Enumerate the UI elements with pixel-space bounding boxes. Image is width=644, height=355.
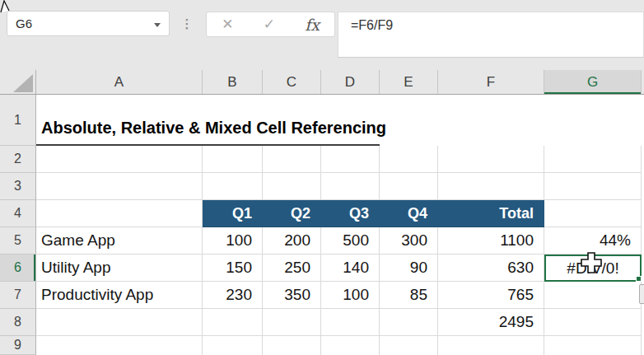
column-header-g-selected[interactable]: G [544, 70, 642, 94]
cell[interactable] [203, 309, 263, 336]
cell[interactable] [36, 336, 203, 355]
cell-a5[interactable]: Game App [36, 227, 203, 255]
cell-c7[interactable]: 350 [263, 282, 321, 309]
name-box[interactable]: G6 [7, 11, 170, 36]
cell[interactable] [321, 309, 380, 336]
row-header-6-selected[interactable]: 6 [0, 255, 36, 282]
row-header-8[interactable]: 8 [0, 309, 36, 336]
select-all-button[interactable] [0, 70, 36, 94]
column-header-row: A B C D E F G [0, 70, 644, 95]
cell[interactable] [321, 146, 380, 173]
cell-b4-header[interactable]: Q1 [203, 200, 263, 227]
cell[interactable] [36, 309, 203, 336]
cell[interactable] [544, 309, 642, 336]
cell-e7[interactable]: 85 [380, 282, 438, 309]
cell-c5[interactable]: 200 [263, 227, 321, 255]
name-box-dropdown-icon[interactable] [154, 23, 161, 27]
cell[interactable] [380, 173, 438, 200]
cell-e4-header[interactable]: Q4 [380, 200, 438, 227]
row-5: 5 Game App 100 200 500 300 1100 44% [0, 227, 644, 255]
cell-f8-grand-total[interactable]: 2495 [438, 309, 544, 336]
cell-b6[interactable]: 150 [203, 255, 263, 282]
row-8: 8 2495 [0, 309, 644, 336]
cell[interactable] [203, 173, 263, 200]
row-header-1[interactable]: 1 [0, 95, 36, 146]
cell[interactable] [380, 146, 438, 173]
cell[interactable] [321, 336, 380, 355]
cell[interactable] [263, 309, 321, 336]
cell[interactable] [438, 336, 544, 355]
cell-b5[interactable]: 100 [203, 227, 263, 255]
row-4: 4 Q1 Q2 Q3 Q4 Total [0, 200, 644, 227]
formula-input[interactable]: =F6/F9 [338, 12, 644, 58]
cell-c4-header[interactable]: Q2 [263, 200, 321, 227]
row-header-9[interactable]: 9 [0, 336, 36, 355]
row-header-4[interactable]: 4 [0, 200, 36, 227]
cell-e5[interactable]: 300 [380, 227, 438, 255]
cell-d6[interactable]: 140 [321, 255, 380, 282]
cell[interactable] [203, 146, 263, 173]
row-1: 1 Absolute, Relative & Mixed Cell Refere… [0, 95, 644, 146]
column-header-e[interactable]: E [380, 70, 438, 94]
column-header-d[interactable]: D [321, 70, 380, 94]
column-header-c[interactable]: C [263, 70, 321, 94]
cell[interactable] [321, 173, 380, 200]
column-header-f[interactable]: F [438, 70, 544, 94]
row-9: 9 [0, 336, 644, 355]
select-all-triangle-icon [13, 74, 33, 92]
row-7: 7 Productivity App 230 350 100 85 765 [0, 282, 644, 309]
cell-c6[interactable]: 250 [263, 255, 321, 282]
cell-a1-title[interactable]: Absolute, Relative & Mixed Cell Referenc… [36, 95, 380, 146]
row-header-3[interactable]: 3 [0, 173, 36, 200]
insert-function-icon[interactable]: fx [305, 16, 320, 34]
more-options-icon[interactable]: ⋮ [181, 11, 193, 36]
cell-d7[interactable]: 100 [321, 282, 380, 309]
cell[interactable] [203, 336, 263, 355]
cell[interactable] [544, 282, 642, 309]
cell[interactable] [544, 173, 642, 200]
cell-d4-header[interactable]: Q3 [321, 200, 380, 227]
cell[interactable] [380, 309, 438, 336]
cell[interactable] [544, 146, 642, 173]
enter-icon[interactable]: ✓ [264, 16, 275, 33]
cell[interactable] [36, 146, 203, 173]
cell-d5[interactable]: 500 [321, 227, 380, 255]
cell[interactable] [438, 173, 544, 200]
row-header-2[interactable]: 2 [0, 146, 36, 173]
cancel-icon[interactable]: ✕ [222, 16, 233, 33]
row-header-7[interactable]: 7 [0, 282, 36, 309]
row-3: 3 [0, 173, 644, 200]
cell-f4-header[interactable]: Total [438, 200, 544, 227]
cell[interactable] [380, 336, 438, 355]
sheet-title: Absolute, Relative & Mixed Cell Referenc… [41, 119, 386, 138]
cell-a7[interactable]: Productivity App [36, 282, 203, 309]
cell-f7[interactable]: 765 [438, 282, 544, 309]
cell[interactable] [36, 200, 203, 227]
cell-e6[interactable]: 90 [380, 255, 438, 282]
fill-handle[interactable] [636, 276, 642, 282]
cell[interactable] [263, 146, 321, 173]
row-header-5[interactable]: 5 [0, 227, 36, 255]
cell[interactable] [544, 200, 642, 227]
cell-f6[interactable]: 630 [438, 255, 544, 282]
row-6: 6 Utility App 150 250 140 90 630 #DIV/0! [0, 255, 644, 282]
error-options-button[interactable] [639, 284, 644, 304]
cell-a6[interactable]: Utility App [36, 255, 203, 282]
cell-f5[interactable]: 1100 [438, 227, 544, 255]
formula-buttons: ✕ ✓ fx [206, 12, 335, 37]
name-box-value: G6 [16, 16, 32, 30]
column-header-a[interactable]: A [36, 70, 203, 94]
cell[interactable] [263, 173, 321, 200]
column-header-b[interactable]: B [203, 70, 263, 94]
cell-b7[interactable]: 230 [203, 282, 263, 309]
spreadsheet-grid: A B C D E F G 1 Absolute, Relative & Mix… [0, 70, 644, 355]
cell[interactable] [544, 336, 642, 355]
cell[interactable] [263, 336, 321, 355]
selected-cell-g6[interactable]: #DIV/0! [544, 255, 642, 282]
formula-bar-area: G6 ⋮ ✕ ✓ fx =F6/F9 [0, 0, 644, 70]
cell-cursor-icon [580, 250, 603, 275]
cell[interactable] [36, 173, 203, 200]
row-2: 2 [0, 146, 644, 173]
cell[interactable] [438, 146, 544, 173]
